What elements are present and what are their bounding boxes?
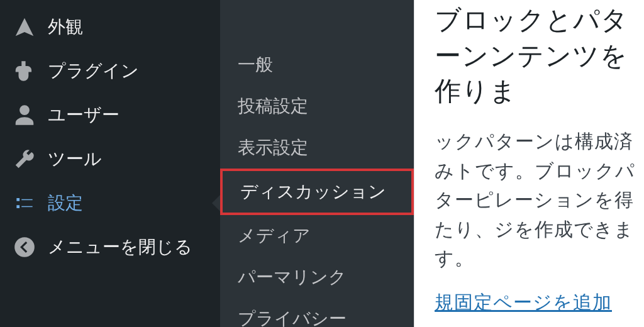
tools-icon [13,147,36,171]
submenu-item-general[interactable]: 一般 [220,44,414,86]
submenu-item-privacy[interactable]: プライバシー [220,298,414,327]
submenu-item-media[interactable]: メディア [220,215,414,257]
settings-icon [13,191,36,215]
add-new-page-link[interactable]: 規固定ページを追加 [435,292,612,313]
svg-point-0 [14,237,35,257]
submenu-item-reading[interactable]: 表示設定 [220,127,414,169]
sidebar-item-label: プラグイン [48,59,139,83]
users-icon [13,103,36,127]
submenu-item-discussion[interactable]: ディスカッション [220,169,414,215]
content-paragraph: ックパターンは構成済みトです。ブロックパターピレーションを得たり、ジを作成できま… [435,127,639,274]
sidebar-item-appearance[interactable]: 外観 [0,5,220,49]
settings-submenu: 一般 投稿設定 表示設定 ディスカッション メディア パーマリンク プライバシー [220,0,414,327]
sidebar-item-tools[interactable]: ツール [0,137,220,181]
sidebar-item-settings[interactable]: 設定 [0,181,220,225]
collapse-icon [13,235,36,259]
appearance-icon [13,15,36,39]
sidebar-item-users[interactable]: ユーザー [0,93,220,137]
sidebar-item-label: 設定 [48,191,83,215]
sidebar-item-label: ユーザー [48,103,119,127]
sidebar-item-label: ツール [48,147,102,171]
content-heading: ブロックとパターンンテンツを作りま [435,3,639,109]
sidebar-item-label: メニューを閉じる [48,235,192,259]
submenu-item-permalinks[interactable]: パーマリンク [220,257,414,298]
sidebar-item-plugins[interactable]: プラグイン [0,49,220,93]
plugins-icon [13,59,36,83]
submenu-item-writing[interactable]: 投稿設定 [220,86,414,127]
content-area: ブロックとパターンンテンツを作りま ックパターンは構成済みトです。ブロックパター… [414,0,644,327]
sidebar-item-collapse[interactable]: メニューを閉じる [0,225,220,269]
admin-sidebar: 外観 プラグイン ユーザー ツール 設定 メニューを閉じる [0,0,220,327]
sidebar-item-label: 外観 [48,15,83,39]
